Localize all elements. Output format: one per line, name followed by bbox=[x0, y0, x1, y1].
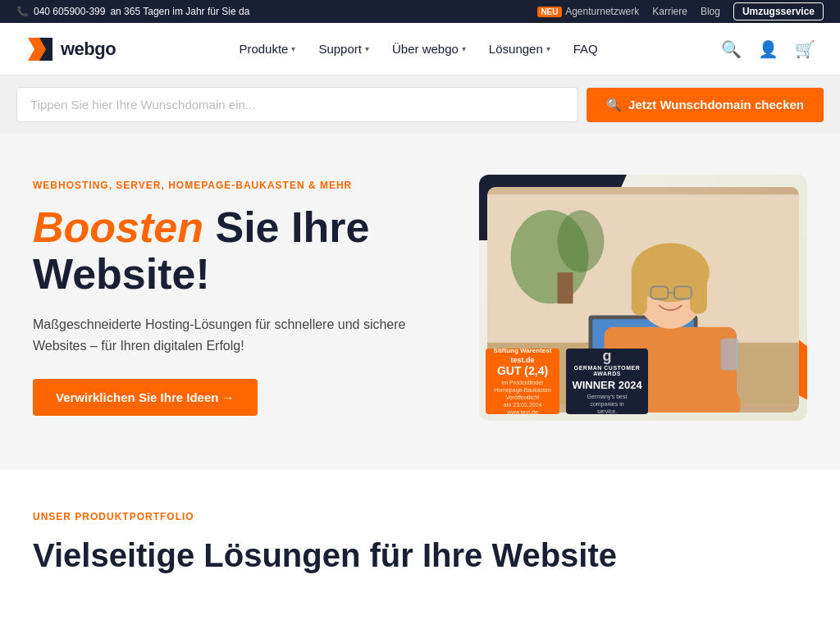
hero-title-accent: Boosten bbox=[33, 203, 203, 251]
nav-faq[interactable]: FAQ bbox=[573, 42, 598, 56]
award-stiftung-sub: Im ProduktfinderHomepage-BaukastenVeröff… bbox=[494, 379, 551, 416]
award-stiftung-title: Stiftung Warentest bbox=[494, 347, 552, 354]
hero-tag: WEBHOSTING, SERVER, HOMEPAGE-BAUKASTEN &… bbox=[33, 180, 427, 191]
logo[interactable]: webgo bbox=[25, 34, 116, 64]
bottom-section: UNSER PRODUKTPORTFOLIO Vielseitige Lösun… bbox=[0, 470, 840, 599]
topbar-tagline: an 365 Tagen im Jahr für Sie da bbox=[110, 6, 249, 17]
chevron-icon: ▾ bbox=[462, 44, 466, 53]
phone-icon: 📞 bbox=[16, 6, 29, 17]
main-nav: Produkte ▾ Support ▾ Über webgo ▾ Lösung… bbox=[239, 42, 597, 56]
svg-point-18 bbox=[558, 210, 605, 272]
search-button-label: Jetzt Wunschdomain checken bbox=[628, 98, 804, 112]
nav-loesungen[interactable]: Lösungen ▾ bbox=[489, 42, 550, 56]
hero-description: Maßgeschneiderte Hosting-Lösungen für sc… bbox=[33, 314, 427, 356]
bottom-title: Vielseitige Lösungen für Ihre Website bbox=[33, 536, 807, 575]
awards-overlay: Stiftung Warentest test.de GUT (2,4) Im … bbox=[479, 342, 807, 421]
award-german-winner: WINNER 2024 bbox=[572, 379, 641, 391]
nav-support[interactable]: Support ▾ bbox=[318, 42, 369, 56]
chevron-icon: ▾ bbox=[365, 44, 369, 53]
hero-image-area: Stiftung Warentest test.de GUT (2,4) Im … bbox=[463, 175, 807, 421]
account-icon[interactable]: 👤 bbox=[758, 39, 778, 59]
blog-link[interactable]: Blog bbox=[701, 6, 720, 17]
agenturnetzwerk-link[interactable]: NEU Agenturnetzwerk bbox=[537, 6, 639, 17]
hero-cta-button[interactable]: Verwirklichen Sie Ihre Ideen → bbox=[33, 379, 258, 416]
agenturnetzwerk-label: Agenturnetzwerk bbox=[565, 6, 639, 17]
chevron-icon: ▾ bbox=[546, 44, 550, 53]
svg-rect-12 bbox=[690, 269, 707, 314]
hero-section: WEBHOSTING, SERVER, HOMEPAGE-BAUKASTEN &… bbox=[0, 134, 840, 470]
topbar-left: 📞 040 605900-399 an 365 Tagen im Jahr fü… bbox=[16, 6, 249, 17]
phone-number: 040 605900-399 bbox=[34, 6, 105, 17]
hero-title: Boosten Sie Ihre Website! bbox=[33, 204, 427, 298]
cart-icon[interactable]: 🛒 bbox=[795, 39, 815, 59]
umzugsservice-button[interactable]: Umzugsservice bbox=[733, 2, 824, 21]
header-icons: 🔍 👤 🛒 bbox=[721, 39, 815, 59]
svg-rect-11 bbox=[632, 269, 647, 316]
topbar-right: NEU Agenturnetzwerk Karriere Blog Umzugs… bbox=[537, 2, 824, 21]
stiftung-warentest-award: Stiftung Warentest test.de GUT (2,4) Im … bbox=[486, 349, 559, 414]
header: webgo Produkte ▾ Support ▾ Über webgo ▾ … bbox=[0, 23, 840, 75]
logo-icon bbox=[25, 34, 54, 64]
search-bar: 🔍 Jetzt Wunschdomain checken bbox=[0, 75, 840, 134]
chevron-icon: ▾ bbox=[291, 44, 295, 53]
hero-image-background: Stiftung Warentest test.de GUT (2,4) Im … bbox=[479, 175, 807, 421]
nav-ueber-webgo[interactable]: Über webgo ▾ bbox=[392, 42, 466, 56]
award-stiftung-score: GUT (2,4) bbox=[497, 364, 548, 377]
svg-rect-19 bbox=[558, 272, 573, 303]
topbar: 📞 040 605900-399 an 365 Tagen im Jahr fü… bbox=[0, 0, 840, 23]
logo-text: webgo bbox=[61, 39, 116, 60]
award-g-logo: g bbox=[603, 348, 612, 365]
domain-search-button[interactable]: 🔍 Jetzt Wunschdomain checken bbox=[587, 88, 824, 122]
search-button-icon: 🔍 bbox=[606, 98, 622, 112]
award-german-title: GERMAN CUSTOMER AWARDS bbox=[571, 365, 643, 376]
nav-produkte[interactable]: Produkte ▾ bbox=[239, 42, 295, 56]
new-badge: NEU bbox=[537, 7, 561, 17]
bottom-tag: UNSER PRODUKTPORTFOLIO bbox=[33, 511, 807, 522]
german-customer-award: g GERMAN CUSTOMER AWARDS WINNER 2024 Ger… bbox=[566, 349, 648, 414]
search-icon[interactable]: 🔍 bbox=[721, 39, 742, 59]
award-german-sub: Germany's bestcompanies inservice. bbox=[587, 393, 628, 415]
hero-content: WEBHOSTING, SERVER, HOMEPAGE-BAUKASTEN &… bbox=[33, 180, 427, 417]
karriere-link[interactable]: Karriere bbox=[652, 6, 687, 17]
domain-search-input[interactable] bbox=[16, 87, 578, 122]
